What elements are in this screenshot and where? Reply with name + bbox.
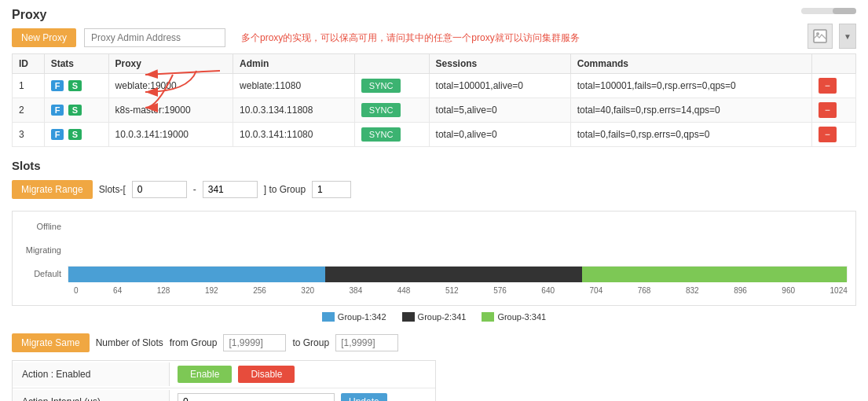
col-header-stats: Stats [44, 54, 108, 74]
row-stats: F S [44, 123, 108, 147]
row-sync[interactable]: SYNC [354, 123, 429, 147]
badge-f: F [51, 129, 64, 140]
x-tick: 960 [782, 286, 795, 295]
legend-label-group3: Group-3:341 [497, 312, 546, 322]
badge-f: F [51, 105, 64, 116]
image-icon[interactable] [808, 24, 833, 49]
chart-label-migrating: Migrating [20, 245, 68, 255]
table-row: 2 F S k8s-master:19000 10.0.3.134.11808 … [13, 98, 856, 123]
row-sync[interactable]: SYNC [354, 74, 429, 98]
x-tick: 576 [493, 286, 507, 295]
legend-group2: Group-2:341 [402, 312, 467, 322]
row-sessions: total=100001,alive=0 [429, 74, 570, 98]
num-slots-label: Number of Slots [96, 337, 163, 348]
x-tick: 64 [113, 286, 122, 295]
legend-color-group1 [322, 312, 335, 322]
chart-x-axis: 0 64 128 192 256 320 384 448 512 576 640… [20, 286, 848, 295]
row-remove[interactable]: − [811, 74, 855, 98]
x-tick: 1024 [830, 286, 848, 295]
to-group-label2: to Group [292, 337, 329, 348]
svg-point-1 [816, 32, 819, 35]
migrate-range-button[interactable]: Migrate Range [12, 180, 93, 199]
col-header-commands: Commands [570, 54, 811, 74]
row-sync[interactable]: SYNC [354, 98, 429, 123]
legend-color-group2 [402, 312, 415, 322]
action-enabled-value: Enable Disable [170, 361, 435, 388]
legend-label-group2: Group-2:341 [418, 312, 467, 322]
x-tick: 320 [301, 286, 314, 295]
x-tick: 640 [541, 286, 555, 295]
row-sessions: total=5,alive=0 [429, 98, 570, 123]
proxy-notice: 多个proxy的实现，可以保高可用，请问其中的任意一个proxy就可以访问集群服… [241, 31, 580, 45]
slots-from-input[interactable] [132, 181, 187, 198]
action-section: Action : Enabled Enable Disable Action I… [12, 360, 436, 401]
proxy-admin-input[interactable] [84, 28, 225, 47]
x-tick: 512 [445, 286, 459, 295]
bar-group3 [582, 267, 847, 282]
action-interval-row: Action Interval (us) Update [13, 388, 435, 401]
row-sessions: total=0,alive=0 [429, 123, 570, 147]
row-commands: total=40,fails=0,rsp.errs=14,qps=0 [570, 98, 811, 123]
row-admin: weblate:11080 [233, 74, 355, 98]
row-remove[interactable]: − [811, 98, 855, 123]
row-admin: 10.0.3.141:11080 [233, 123, 355, 147]
slots-from-label: Slots-[ [99, 184, 126, 195]
new-proxy-button[interactable]: New Proxy [12, 28, 76, 47]
row-admin: 10.0.3.134.11808 [233, 98, 355, 123]
row-proxy: 10.0.3.141:19000 [108, 123, 233, 147]
x-tick: 384 [350, 286, 363, 295]
update-button[interactable]: Update [341, 393, 387, 401]
col-header-proxy: Proxy [108, 54, 233, 74]
chart-offline-bars [68, 219, 848, 234]
x-tick: 128 [157, 286, 170, 295]
badge-s: S [68, 105, 82, 116]
from-group-input[interactable] [223, 334, 286, 351]
enable-button[interactable]: Enable [178, 366, 232, 383]
legend-group1: Group-1:342 [322, 312, 386, 322]
x-tick: 256 [253, 286, 266, 295]
chart-default-bars [68, 266, 848, 281]
row-stats: F S [44, 98, 108, 123]
table-row: 1 F S weblate:19000 weblate:11080 SYNC t… [13, 74, 856, 98]
action-interval-label: Action Interval (us) [13, 390, 170, 401]
remove-button[interactable]: − [819, 102, 837, 118]
dropdown-btn[interactable]: ▼ [839, 24, 856, 49]
sync-button[interactable]: SYNC [361, 103, 401, 117]
col-header-sessions: Sessions [429, 54, 570, 74]
chart-legend: Group-1:342 Group-2:341 Group-3:341 [12, 312, 856, 322]
sync-button[interactable]: SYNC [361, 127, 401, 142]
col-header-admin: Admin [233, 54, 355, 74]
proxy-section-title: Proxy [12, 8, 856, 22]
legend-group3: Group-3:341 [482, 312, 546, 322]
badge-s: S [68, 129, 82, 140]
slots-to-input[interactable] [203, 181, 258, 198]
chart-label-default: Default [20, 269, 68, 278]
table-row: 3 F S 10.0.3.141:19000 10.0.3.141:11080 … [13, 123, 856, 147]
x-tick: 832 [686, 286, 699, 295]
badge-s: S [68, 80, 82, 91]
disable-button[interactable]: Disable [238, 366, 295, 383]
sync-button[interactable]: SYNC [361, 79, 401, 93]
x-tick: 704 [590, 286, 603, 295]
slots-section-title: Slots [12, 159, 856, 172]
to-group-input2[interactable] [335, 334, 398, 351]
slots-chart: Offline Migrating Default 0 64 128 192 [12, 211, 856, 306]
row-id: 2 [13, 98, 45, 123]
col-header-actions [811, 54, 855, 74]
bar-group2 [325, 267, 582, 282]
row-remove[interactable]: − [811, 123, 855, 147]
col-header-id: ID [13, 54, 45, 74]
proxy-table: ID Stats Proxy Admin Sessions Commands 1… [12, 53, 856, 147]
from-group-label: from Group [170, 337, 218, 348]
to-group-label: ] to Group [264, 184, 306, 195]
row-stats: F S [44, 74, 108, 98]
migrate-same-button[interactable]: Migrate Same [12, 333, 90, 352]
row-proxy: k8s-master:19000 [108, 98, 233, 123]
to-group-input[interactable] [312, 181, 351, 198]
action-interval-value: Update [170, 388, 435, 401]
row-id: 3 [13, 123, 45, 147]
remove-button[interactable]: − [819, 78, 837, 94]
x-tick: 768 [638, 286, 651, 295]
interval-input[interactable] [178, 393, 335, 401]
remove-button[interactable]: − [819, 127, 837, 142]
